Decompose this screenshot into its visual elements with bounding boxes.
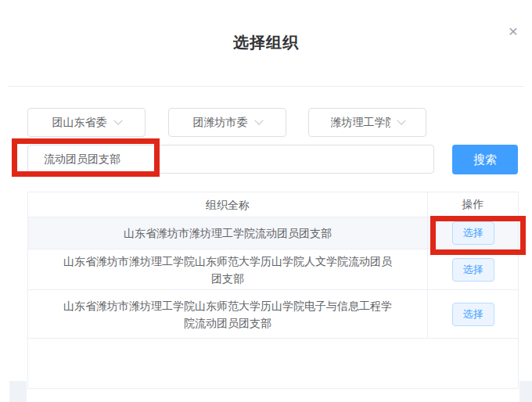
chevron-down-icon xyxy=(397,116,405,124)
action-cell: 选择 xyxy=(427,217,518,249)
column-header-action: 操作 xyxy=(427,192,518,217)
select-organization-dialog: × 选择组织 团山东省委 团潍坊市委 潍坊理工学院 搜索 组织全称 操作 山东省… xyxy=(0,0,532,402)
org-name-cell: 山东省潍坊市潍坊理工学院山东师范大学历山学院人文学院流动团员团支部 xyxy=(28,249,427,289)
org-select-school-value: 潍坊理工学院 xyxy=(331,116,390,130)
page-background-edge xyxy=(9,381,27,402)
empty-cell xyxy=(28,339,427,388)
dialog-title: 选择组织 xyxy=(0,32,532,53)
select-row-button[interactable]: 选择 xyxy=(452,258,494,282)
page-background-edge xyxy=(519,381,532,402)
org-select-province[interactable]: 团山东省委 xyxy=(27,108,146,137)
table-empty-area xyxy=(28,339,518,388)
select-row-button[interactable]: 选择 xyxy=(452,303,494,326)
action-cell: 选择 xyxy=(427,290,518,338)
chevron-down-icon xyxy=(254,116,263,124)
title-divider xyxy=(8,86,524,87)
search-button[interactable]: 搜索 xyxy=(452,145,518,174)
table-row: 山东省潍坊市潍坊理工学院流动团员团支部 选择 xyxy=(28,217,518,249)
search-input[interactable] xyxy=(27,145,434,174)
org-select-city[interactable]: 团潍坊市委 xyxy=(168,108,286,137)
organization-table: 组织全称 操作 山东省潍坊市潍坊理工学院流动团员团支部 选择 山东省潍坊市潍坊理… xyxy=(27,192,519,389)
org-select-school[interactable]: 潍坊理工学院 xyxy=(308,108,426,137)
org-select-province-value: 团山东省委 xyxy=(52,116,107,130)
table-row: 山东省潍坊市潍坊理工学院山东师范大学历山学院电子与信息工程学院流动团员团支部 选… xyxy=(28,290,518,339)
empty-cell xyxy=(427,339,518,388)
org-select-city-value: 团潍坊市委 xyxy=(193,116,248,130)
org-name-cell: 山东省潍坊市潍坊理工学院山东师范大学历山学院电子与信息工程学院流动团员团支部 xyxy=(28,290,427,338)
table-header-row: 组织全称 操作 xyxy=(28,192,518,217)
action-cell: 选择 xyxy=(427,249,518,289)
table-row: 山东省潍坊市潍坊理工学院山东师范大学历山学院人文学院流动团员团支部 选择 xyxy=(28,249,518,290)
select-row-button[interactable]: 选择 xyxy=(452,221,494,245)
chevron-down-icon xyxy=(113,116,122,124)
column-header-org-name: 组织全称 xyxy=(28,192,427,217)
org-name-cell: 山东省潍坊市潍坊理工学院流动团员团支部 xyxy=(28,217,427,249)
